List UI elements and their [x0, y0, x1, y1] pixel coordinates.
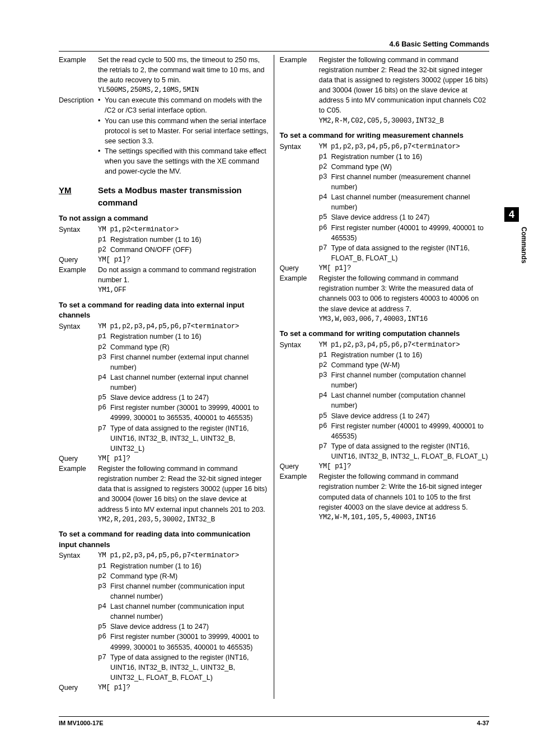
param-text: First register number (40001 to 49999, 4…: [331, 223, 490, 243]
param-text: Last channel number (communication input…: [110, 601, 269, 622]
desc-bullet: You can execute this command on models w…: [105, 95, 269, 115]
syntax-text: YM p1,p2,p3,p4,p5,p6,p7<terminator>: [319, 340, 490, 350]
chapter-tab-label: Commands: [519, 227, 528, 263]
desc-bullet: You can use this command when the serial…: [105, 116, 269, 146]
param-code: p7: [319, 243, 331, 253]
example-code: YM2,W-M,101,105,5,40003,INT16: [319, 512, 490, 522]
param-code: p3: [98, 352, 110, 362]
syntax-text: YM p1,p2,p3,p4,p5,p6,p7<terminator>: [319, 142, 490, 152]
param-text: Type of data assigned to the register (I…: [110, 652, 269, 683]
syntax-label: Syntax: [280, 340, 319, 350]
example-label: Example: [280, 472, 319, 482]
param-code: p7: [319, 441, 331, 451]
param-code: p2: [98, 342, 110, 352]
param-code: p2: [319, 360, 331, 370]
query-label: Query: [280, 263, 319, 273]
example-label: Example: [59, 265, 98, 275]
query-text: YM[ p1]?: [98, 683, 269, 693]
example-code: YM2,R-M,C02,C05,5,30003,INT32_B: [319, 116, 490, 126]
param-text: Registration number (1 to 16): [110, 332, 269, 342]
param-code: p1: [98, 332, 110, 342]
syntax-label: Syntax: [59, 225, 98, 235]
param-text: Registration number (1 to 16): [331, 350, 490, 360]
syntax-label: Syntax: [280, 142, 319, 152]
param-text: Command ON/OFF (OFF): [110, 245, 269, 255]
example-text: Register the following command in comman…: [319, 472, 490, 512]
param-text: Last channel number (measurement channel…: [331, 192, 490, 212]
body-columns: ExampleSet the read cycle to 500 ms, the…: [59, 55, 489, 699]
param-text: Last channel number (external input chan…: [110, 372, 269, 393]
syntax-label: Syntax: [59, 321, 98, 332]
command-title: YM Sets a Modbus master transmission com…: [59, 184, 269, 209]
footer-right: 4-37: [477, 719, 489, 728]
query-text: YM[ p1]?: [319, 461, 490, 472]
param-text: Command type (R): [110, 342, 269, 352]
param-code: p5: [319, 411, 331, 421]
param-text: Slave device address (1 to 247): [331, 411, 490, 421]
footer: IM MV1000-17E 4-37: [59, 716, 489, 728]
param-code: p5: [319, 212, 331, 222]
query-text: YM[ p1]?: [98, 454, 269, 464]
param-text: Slave device address (1 to 247): [110, 393, 269, 403]
param-text: Registration number (1 to 16): [110, 235, 269, 245]
param-code: p1: [319, 350, 331, 360]
param-text: Registration number (1 to 16): [110, 561, 269, 571]
param-text: Registration number (1 to 16): [331, 152, 490, 162]
param-code: p3: [319, 172, 331, 182]
param-text: First channel number (external input cha…: [110, 352, 269, 372]
subhead: To set a command for reading data into c…: [59, 529, 269, 550]
param-code: p2: [98, 571, 110, 581]
section-header: 4.6 Basic Setting Commands: [59, 39, 489, 52]
chapter-tab: 4: [504, 207, 519, 222]
example-code: YM1,OFF: [98, 285, 269, 295]
query-label: Query: [59, 255, 98, 265]
command-desc: Sets a Modbus master transmission comman…: [98, 184, 269, 209]
param-text: Command type (W-M): [331, 360, 490, 370]
bullet-icon: •: [98, 95, 105, 105]
param-text: First channel number (computation channe…: [331, 370, 490, 390]
param-text: First register number (30001 to 39999, 4…: [110, 403, 269, 423]
example-code: YM3,W,003,006,7,40003,INT16: [319, 314, 490, 324]
param-code: p4: [98, 372, 110, 382]
param-code: p6: [319, 421, 331, 431]
param-code: p4: [98, 601, 110, 612]
param-code: p7: [98, 423, 110, 433]
param-code: p6: [98, 403, 110, 413]
description-label: Description: [59, 95, 98, 105]
param-text: First register number (40001 to 49999, 4…: [331, 421, 490, 441]
param-text: Command type (W): [331, 162, 490, 172]
param-code: p3: [319, 370, 331, 380]
syntax-text: YM p1,p2,p3,p4,p5,p6,p7<terminator>: [98, 321, 269, 332]
subhead: To not assign a command: [59, 213, 269, 224]
example-code: YM2,R,201,203,5,30002,INT32_B: [98, 515, 269, 525]
syntax-text: YM p1,p2<terminator>: [98, 225, 269, 235]
syntax-label: Syntax: [59, 550, 98, 561]
example-label: Example: [280, 273, 319, 283]
param-code: p1: [98, 561, 110, 571]
example-text: Set the read cycle to 500 ms, the timeou…: [98, 55, 269, 85]
param-code: p3: [98, 581, 110, 591]
example-label: Example: [59, 464, 98, 474]
param-code: p1: [319, 152, 331, 162]
query-label: Query: [59, 683, 98, 693]
query-text: YM[ p1]?: [319, 263, 490, 273]
param-code: p1: [98, 235, 110, 245]
syntax-text: YM p1,p2,p3,p4,p5,p6,p7<terminator>: [98, 550, 269, 561]
param-text: First register number (30001 to 39999, 4…: [110, 632, 269, 652]
param-text: First channel number (communication inpu…: [110, 581, 269, 601]
example-text: Register the following command in comman…: [319, 273, 490, 314]
param-text: Type of data assigned to the register (I…: [110, 423, 269, 454]
example-label: Example: [59, 55, 98, 65]
param-text: Type of data assigned to the register (I…: [331, 441, 490, 461]
bullet-icon: •: [98, 116, 105, 126]
example-label: Example: [280, 55, 319, 65]
query-label: Query: [59, 454, 98, 464]
subhead: To set a command for writing computation…: [280, 329, 490, 339]
param-text: Slave device address (1 to 247): [110, 622, 269, 632]
example-code: YL500MS,250MS,2,10MS,5MIN: [98, 85, 269, 95]
subhead: To set a command for writing measurement…: [280, 130, 490, 141]
param-code: p7: [98, 652, 110, 662]
param-text: Slave device address (1 to 247): [331, 212, 490, 222]
param-code: p4: [319, 390, 331, 400]
page: 4.6 Basic Setting Commands 4 Commands Ex…: [59, 39, 489, 728]
